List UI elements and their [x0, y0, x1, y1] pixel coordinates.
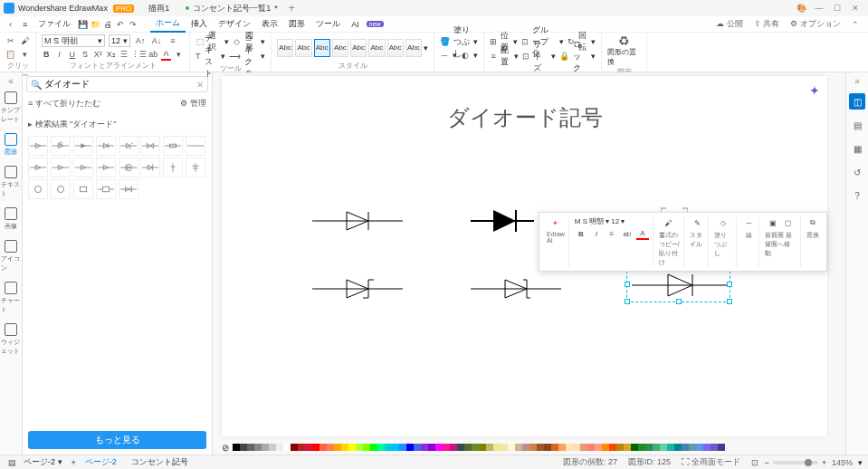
color-swatch[interactable]	[529, 444, 537, 451]
color-swatch[interactable]	[696, 444, 703, 451]
spacing-icon[interactable]: ab	[148, 48, 157, 61]
right-format-icon[interactable]: ◫	[849, 93, 865, 110]
right-collapse-icon[interactable]: »	[854, 76, 860, 86]
superscript-icon[interactable]: X²	[93, 48, 102, 61]
style-more-icon[interactable]: ▾	[424, 43, 428, 53]
color-swatch[interactable]	[703, 444, 711, 451]
replace-shape-icon[interactable]: ♻	[618, 34, 631, 47]
style-preset-3[interactable]: Abc	[314, 39, 330, 57]
add-page-icon[interactable]: +	[72, 458, 76, 467]
ft-ab-icon[interactable]: ab	[621, 227, 634, 240]
sidebar-chart[interactable]: チャート	[1, 278, 21, 318]
collapse-all[interactable]: ≡ すべて折りたたむ	[28, 98, 100, 110]
new-tab-button[interactable]: +	[289, 2, 295, 14]
increase-font-icon[interactable]: A↑	[134, 34, 147, 47]
style-preset-8[interactable]: Abc	[405, 39, 422, 57]
line-icon[interactable]: ─	[440, 49, 449, 62]
color-swatch[interactable]	[472, 444, 479, 451]
back-button[interactable]: ‹	[4, 18, 17, 31]
color-swatch[interactable]	[254, 444, 262, 451]
ft-fill-icon[interactable]: ◇	[717, 216, 730, 229]
style-preset-4[interactable]: Abc	[332, 39, 348, 57]
ft-align-icon[interactable]: ≡	[606, 227, 618, 240]
options-button[interactable]: ⚙ オプション	[785, 16, 846, 32]
shape-result-item[interactable]	[186, 136, 205, 156]
palette-icon[interactable]: 🎨	[795, 2, 807, 14]
color-swatch[interactable]	[515, 444, 522, 451]
canvas[interactable]: ダイオード記号 ⟳ ✦Edraw AI M S 明朝▾12▾	[222, 76, 827, 436]
shape-tool-icon[interactable]: ◇	[233, 35, 242, 48]
canvas-ai-icon[interactable]: ✦	[809, 83, 820, 98]
color-swatch[interactable]	[616, 444, 624, 451]
bold-icon[interactable]: B	[42, 48, 51, 61]
style-preset-1[interactable]: Abc	[277, 39, 293, 57]
hamburger-icon[interactable]: ≡	[17, 18, 33, 31]
ft-italic-icon[interactable]: I	[590, 227, 603, 240]
ft-front-icon[interactable]: ▣	[767, 216, 779, 229]
color-swatch[interactable]	[631, 444, 638, 451]
shape-result-item[interactable]	[73, 179, 93, 199]
color-swatch[interactable]	[269, 444, 276, 451]
color-swatch[interactable]	[298, 444, 305, 451]
shape-result-item[interactable]	[28, 136, 48, 156]
shape-result-item[interactable]	[28, 179, 48, 199]
color-swatch[interactable]	[522, 444, 529, 451]
shape-result-item[interactable]	[96, 158, 116, 177]
manage-button[interactable]: ⚙ 管理	[180, 98, 206, 110]
ft-back-icon[interactable]: ▢	[782, 216, 795, 229]
document-tab-1[interactable]: 描画1	[141, 1, 176, 16]
sidebar-shapes[interactable]: 図形	[1, 129, 21, 160]
color-swatch[interactable]	[428, 444, 435, 451]
minimize-button[interactable]: —	[813, 2, 825, 14]
no-color-icon[interactable]: ⊘	[222, 443, 229, 453]
zoom-out-icon[interactable]: −	[764, 458, 768, 467]
color-swatch[interactable]	[363, 444, 370, 451]
italic-icon[interactable]: I	[54, 48, 63, 61]
copy-icon[interactable]: 📋	[5, 48, 16, 61]
color-swatch[interactable]	[240, 444, 247, 451]
shape-result-item[interactable]	[96, 179, 116, 199]
color-swatch[interactable]	[609, 444, 616, 451]
text-tool-icon[interactable]: T	[196, 50, 201, 62]
page-list-icon[interactable]: ▤	[5, 456, 18, 469]
color-swatch[interactable]	[501, 444, 508, 451]
shape-result-item[interactable]	[96, 136, 116, 156]
canvas-area[interactable]: ダイオード記号 ⟳ ✦Edraw AI M S 明朝▾12▾	[213, 72, 845, 455]
style-preset-7[interactable]: Abc	[387, 39, 404, 57]
color-swatch[interactable]	[573, 444, 580, 451]
shape-result-item[interactable]	[51, 179, 71, 199]
font-color-icon[interactable]: A	[161, 48, 170, 61]
color-swatch[interactable]	[262, 444, 269, 451]
fit-icon[interactable]: ⊡	[751, 458, 758, 467]
color-swatch[interactable]	[464, 444, 472, 451]
ft-style-icon[interactable]: ✎	[691, 216, 703, 229]
color-swatch[interactable]	[653, 444, 660, 451]
shape-result-item[interactable]	[140, 158, 160, 177]
diode-symbol-4[interactable]	[471, 275, 561, 302]
color-swatch[interactable]	[544, 444, 551, 451]
paste-icon[interactable]: ▾	[20, 48, 31, 61]
menu-shape[interactable]: 図形	[283, 16, 310, 32]
zoom-in-icon[interactable]: +	[822, 458, 826, 467]
color-swatch[interactable]	[334, 444, 341, 451]
redo-icon[interactable]: ↷	[127, 18, 139, 31]
color-swatch[interactable]	[587, 444, 595, 451]
color-swatch[interactable]	[457, 444, 464, 451]
color-swatch[interactable]	[276, 444, 283, 451]
color-swatch[interactable]	[595, 444, 602, 451]
color-swatch[interactable]	[638, 444, 645, 451]
color-swatch[interactable]	[660, 444, 667, 451]
ft-format-painter-icon[interactable]: 🖌	[663, 216, 675, 229]
sidebar-image[interactable]: 画像	[1, 204, 21, 234]
shape-result-item[interactable]	[163, 158, 183, 177]
file-menu[interactable]: ファイル	[33, 16, 76, 32]
color-swatch[interactable]	[645, 444, 653, 451]
numbering-icon[interactable]: ⋮☰	[132, 48, 145, 61]
diode-symbol-1[interactable]	[312, 207, 403, 234]
fill-icon[interactable]: 🪣	[440, 35, 450, 48]
color-swatch[interactable]	[537, 444, 544, 451]
format-painter-icon[interactable]: 🖌	[20, 34, 31, 47]
menu-view[interactable]: 表示	[256, 16, 283, 32]
color-swatch[interactable]	[580, 444, 587, 451]
style-preset-6[interactable]: Abc	[368, 39, 385, 57]
